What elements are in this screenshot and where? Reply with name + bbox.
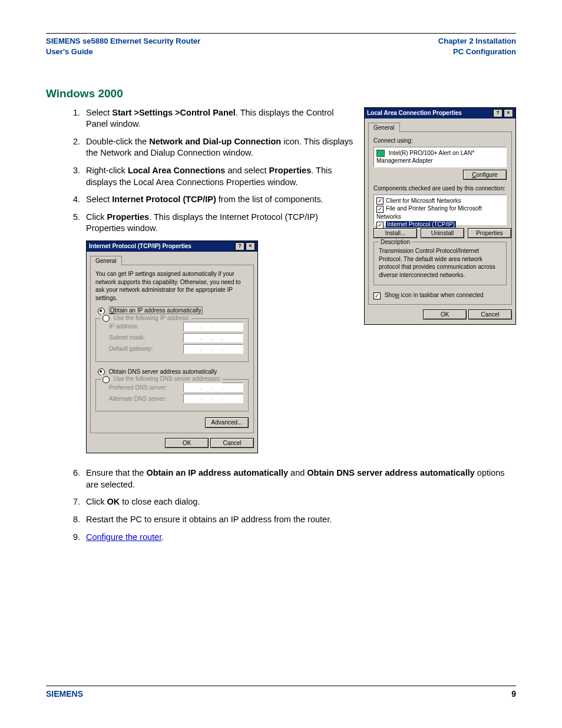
- pref-dns-field: . . .: [183, 383, 243, 392]
- adapter-name: Intel(R) PRO/100+ Alert on LAN* Manageme…: [376, 150, 474, 164]
- uninstall-button[interactable]: Uninstall: [421, 228, 464, 239]
- connect-using-label: Connect using:: [373, 137, 507, 145]
- properties-button[interactable]: Properties: [468, 228, 511, 239]
- step-7: Click OK to close each dialog.: [82, 496, 516, 508]
- dialog-tcpip: Internet Protocol (TCP/IP) Properties ? …: [86, 241, 258, 454]
- alt-dns-field: . . .: [183, 394, 243, 403]
- check-icon[interactable]: [376, 222, 384, 229]
- advanced-button[interactable]: Advanced...: [205, 417, 249, 428]
- ip-address-field: . . .: [183, 322, 243, 331]
- list-item[interactable]: Client for Microsoft Networks: [386, 197, 461, 204]
- gateway-field: . . .: [183, 344, 243, 354]
- radio-auto-ip-label: Obtain an IP address automatically: [109, 307, 203, 314]
- pref-dns-label: Preferred DNS server:: [109, 384, 167, 392]
- header-left-2: User's Guide: [46, 47, 200, 57]
- steps-list-cont: Ensure that the Obtain an IP address aut…: [46, 467, 516, 543]
- dialog-lac: Local Area Connection Properties ? × Gen…: [364, 107, 516, 325]
- ip-address-label: IP address:: [109, 322, 138, 331]
- header-left-1: SIEMENS se5880 Ethernet Security Router: [46, 36, 200, 47]
- cancel-button[interactable]: Cancel: [210, 438, 254, 449]
- show-icon-checkbox[interactable]: [373, 292, 381, 299]
- close-icon[interactable]: ×: [246, 242, 255, 251]
- check-icon[interactable]: [376, 197, 384, 205]
- page-footer: SIEMENS 9: [46, 686, 516, 700]
- nic-icon: [376, 150, 385, 157]
- page-number: 9: [511, 689, 516, 700]
- step-9: Configure the router.: [82, 532, 516, 543]
- radio-auto-dns-label: Obtain DNS server address automatically: [109, 368, 217, 375]
- tab-general[interactable]: General: [368, 123, 400, 133]
- description-text: Transmission Control Protocol/Internet P…: [379, 247, 501, 279]
- gateway-label: Default gateway:: [109, 345, 153, 353]
- install-button[interactable]: Install...: [373, 228, 417, 239]
- subnet-field: . . .: [183, 333, 243, 342]
- components-label: Components checked are used by this conn…: [373, 185, 507, 193]
- footer-brand: SIEMENS: [46, 689, 83, 700]
- help-icon[interactable]: ?: [235, 242, 244, 251]
- tab-general[interactable]: General: [90, 256, 122, 266]
- description-legend: Description: [379, 238, 412, 246]
- list-item[interactable]: File and Printer Sharing for Microsoft N…: [376, 205, 482, 220]
- radio-use-dns-label: Use the following DNS server addresses:: [114, 375, 221, 382]
- step-8: Restart the PC to ensure it obtains an I…: [82, 514, 516, 526]
- configure-button[interactable]: CConfigureonfigure: [463, 170, 507, 180]
- cancel-button[interactable]: Cancel: [468, 309, 512, 320]
- configure-router-link[interactable]: Configure the router: [86, 532, 161, 542]
- list-item-selected[interactable]: Internet Protocol (TCP/IP): [386, 221, 456, 228]
- step-6: Ensure that the Obtain an IP address aut…: [82, 467, 516, 490]
- show-icon-label: Show icon in taskbar when connected: [385, 292, 484, 298]
- page-header: SIEMENS se5880 Ethernet Security Router …: [46, 36, 516, 57]
- alt-dns-label: Alternate DNS server:: [109, 395, 166, 403]
- ok-button[interactable]: OK: [165, 438, 209, 449]
- tcpip-blurb: You can get IP settings assigned automat…: [95, 270, 249, 302]
- ok-button[interactable]: OK: [423, 309, 467, 320]
- help-icon[interactable]: ?: [493, 109, 503, 117]
- section-heading: Windows 2000: [46, 86, 516, 101]
- radio-use-ip[interactable]: [103, 315, 110, 322]
- header-right-1: Chapter 2 Installation: [438, 36, 516, 47]
- dialog-lac-title: Local Area Connection Properties: [367, 109, 462, 117]
- radio-use-ip-label: Use the following IP address:: [114, 315, 190, 321]
- check-icon[interactable]: [376, 206, 384, 213]
- dialog-tcpip-title: Internet Protocol (TCP/IP) Properties: [89, 242, 191, 251]
- subnet-label: Subnet mask:: [109, 334, 145, 342]
- header-right-2: PC Configuration: [438, 47, 516, 57]
- close-icon[interactable]: ×: [504, 109, 513, 117]
- radio-use-dns[interactable]: [103, 376, 110, 383]
